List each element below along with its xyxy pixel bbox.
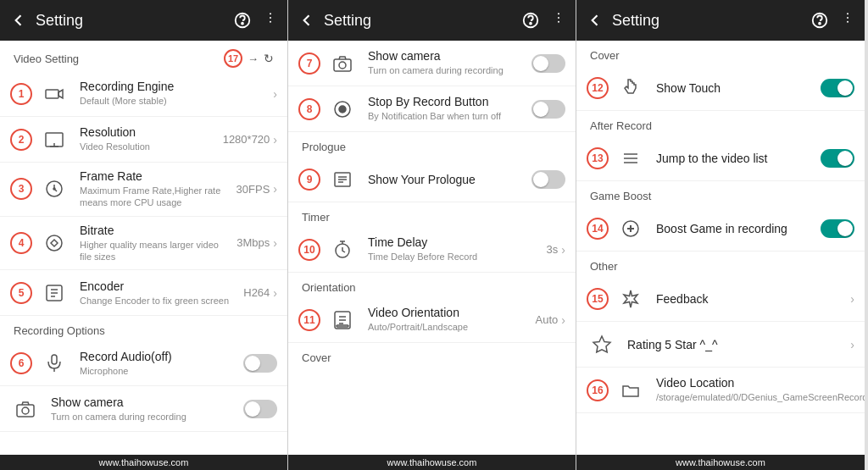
list-item[interactable]: 3Frame RateMaximum Frame Rate,Higher rat… <box>0 163 287 217</box>
list-item[interactable]: 10Time DelayTime Delay Before Record3s› <box>288 227 576 273</box>
badge: 7 <box>298 53 320 75</box>
list-item[interactable]: Rating 5 Star ^_^› <box>576 322 865 368</box>
item-title: Encoder <box>80 279 236 293</box>
refresh-arrow[interactable]: 17→↻ <box>224 49 274 68</box>
item-title: Show camera <box>368 49 531 63</box>
list-item[interactable]: 8Stop By Record ButtonBy Notification Ba… <box>288 86 576 132</box>
svg-rect-17 <box>52 355 57 364</box>
svg-point-29 <box>339 106 346 113</box>
more-icon[interactable] <box>264 11 277 30</box>
chevron-right-icon: › <box>273 87 277 101</box>
game-icon <box>615 213 646 244</box>
list-item[interactable]: 13Jump to the video list <box>576 135 865 181</box>
more-icon[interactable] <box>841 11 854 30</box>
toggle-switch[interactable] <box>243 354 277 373</box>
list-item[interactable]: 4BitrateHigher quality means larger vide… <box>0 217 287 271</box>
item-title: Video Orientation <box>368 306 529 319</box>
item-content: EncoderChange Encoder to fix green scree… <box>80 279 236 307</box>
panel-panel3: SettingCover12Show TouchAfter Record13Ju… <box>576 0 865 470</box>
item-subtitle: Turn on camera during recording <box>51 411 243 423</box>
refresh-icon[interactable]: ↻ <box>264 52 274 65</box>
item-title: Resolution <box>80 125 216 139</box>
item-content: Jump to the video list <box>656 152 821 165</box>
list-item[interactable]: 7Show cameraTurn on camera during record… <box>288 41 576 86</box>
panel-panel1: SettingVideo Setting17→↻1Recording Engin… <box>0 0 288 470</box>
svg-point-11 <box>53 188 55 190</box>
item-title: Recording Engine <box>80 80 270 93</box>
section-header: Video Setting17→↻ <box>0 41 287 71</box>
item-content: Video Location/storage/emulated/0/DGeniu… <box>656 376 865 403</box>
more-icon[interactable] <box>552 11 565 30</box>
badge: 1 <box>10 83 32 105</box>
help-icon[interactable] <box>233 11 252 30</box>
chevron-right-icon: › <box>273 286 277 300</box>
list-item[interactable]: 5EncoderChange Encoder to fix green scre… <box>0 270 287 316</box>
list-item[interactable]: 16Video Location/storage/emulated/0/DGen… <box>576 368 865 413</box>
item-title: Feedback <box>656 292 847 306</box>
item-title: Frame Rate <box>80 169 230 183</box>
list-item[interactable]: 11Video OrientationAuto/Portrait/Landsca… <box>288 297 576 343</box>
encoder-icon <box>39 278 70 308</box>
svg-point-22 <box>530 23 531 25</box>
section-label: Prologue <box>288 132 576 157</box>
toggle-switch[interactable] <box>821 219 854 238</box>
svg-point-4 <box>270 21 271 23</box>
toggle-switch[interactable] <box>531 100 565 119</box>
record_btn-icon <box>327 94 358 124</box>
list-item[interactable]: 1Recording EngineDefault (More stable)› <box>0 71 287 117</box>
item-title: Show Touch <box>656 81 821 95</box>
toggle-switch[interactable] <box>531 170 565 189</box>
svg-rect-5 <box>46 90 58 98</box>
item-value: Auto <box>536 313 559 326</box>
svg-point-43 <box>847 13 849 14</box>
item-title: Bitrate <box>80 224 230 237</box>
item-title: Rating 5 Star ^_^ <box>627 338 847 351</box>
chevron-right-icon: › <box>850 292 854 306</box>
back-button[interactable] <box>10 12 27 29</box>
bitrate-icon <box>39 228 70 258</box>
toggle-switch[interactable] <box>531 54 565 73</box>
toggle-switch[interactable] <box>821 79 854 97</box>
list-item[interactable]: 9Show Your Prologue <box>288 157 576 202</box>
svg-rect-26 <box>334 59 351 71</box>
section-label: Recording Options <box>0 316 287 340</box>
list-item[interactable]: 15Feedback› <box>576 276 865 322</box>
svg-point-2 <box>270 13 271 14</box>
item-title: Show Your Prologue <box>368 173 531 186</box>
toggle-switch[interactable] <box>243 400 277 418</box>
list-item[interactable]: 12Show Touch <box>576 65 865 111</box>
toggle-thumb <box>837 151 853 166</box>
camera-icon <box>10 394 41 424</box>
header: Setting <box>288 0 576 41</box>
item-content: Recording EngineDefault (More stable) <box>80 80 270 107</box>
list-item[interactable]: 14Boost Game in recording <box>576 206 865 252</box>
item-content: Show cameraTurn on camera during recordi… <box>51 395 243 423</box>
item-subtitle: Maximum Frame Rate,Higher rate means mor… <box>80 185 230 209</box>
badge: 9 <box>298 169 320 191</box>
help-icon[interactable] <box>521 11 540 30</box>
section-label: Video Setting <box>14 53 79 65</box>
microphone-icon <box>39 348 70 379</box>
feedback-icon <box>615 284 646 314</box>
section-label: Cover <box>288 343 576 368</box>
badge: 2 <box>10 129 32 151</box>
badge: 12 <box>587 77 609 99</box>
orientation-icon <box>327 305 358 335</box>
help-icon[interactable] <box>810 11 829 30</box>
badge-17: 17 <box>224 49 242 68</box>
item-content: BitrateHigher quality means larger video… <box>80 224 230 263</box>
toggle-thumb <box>533 56 548 71</box>
svg-point-3 <box>270 17 271 19</box>
resolution-icon <box>39 124 70 155</box>
item-content: Time DelayTime Delay Before Record <box>368 235 540 263</box>
back-button[interactable] <box>298 12 315 29</box>
toggle-switch[interactable] <box>821 149 854 168</box>
header-icons <box>521 11 565 30</box>
back-button[interactable] <box>587 12 604 29</box>
svg-point-24 <box>558 17 559 19</box>
list-item[interactable]: Show cameraTurn on camera during recordi… <box>0 386 287 432</box>
section-label: Orientation <box>288 273 576 297</box>
list-item[interactable]: 6Record Audio(off)Microphone <box>0 340 287 386</box>
list-item[interactable]: 2ResolutionVideo Resolution1280*720› <box>0 117 287 163</box>
svg-point-27 <box>339 62 346 69</box>
